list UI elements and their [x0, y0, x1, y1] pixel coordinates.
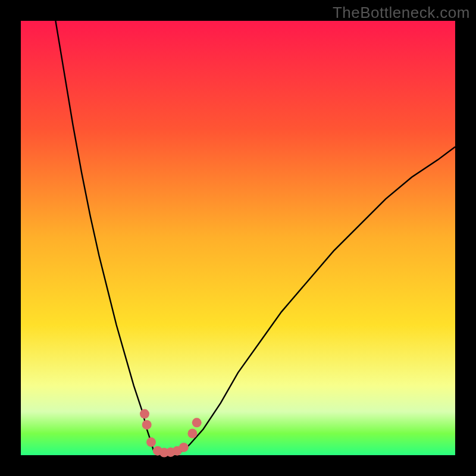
bottleneck-curve	[55, 21, 455, 455]
marker-dot	[142, 420, 152, 430]
marker-dot	[192, 418, 202, 427]
marker-dot	[140, 409, 149, 419]
curve-layer	[21, 21, 455, 455]
marker-dot	[187, 429, 197, 439]
chart-frame: TheBottleneck.com	[0, 0, 476, 476]
watermark-text: TheBottleneck.com	[333, 4, 470, 22]
marker-dot	[179, 443, 189, 452]
marker-dot	[146, 437, 156, 447]
marker-group	[140, 409, 202, 458]
